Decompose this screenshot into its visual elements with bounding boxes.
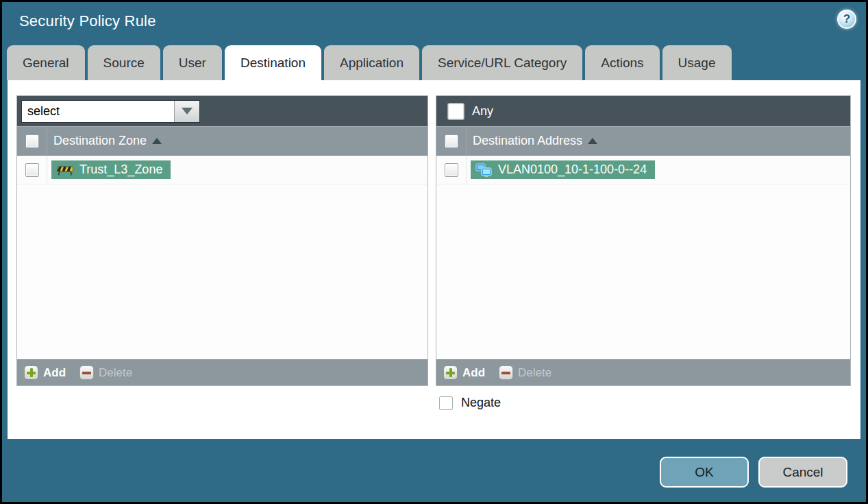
add-label: Add bbox=[462, 366, 485, 380]
tab-service-url-category[interactable]: Service/URL Category bbox=[422, 45, 582, 80]
address-table-header: Destination Address bbox=[436, 126, 850, 156]
destination-zone-panel: Destination Zone bbox=[16, 95, 428, 386]
network-computers-icon bbox=[475, 163, 493, 177]
delete-label: Delete bbox=[99, 366, 132, 380]
address-header-checkbox-cell bbox=[436, 127, 467, 155]
address-row-checkbox[interactable] bbox=[445, 163, 458, 177]
negate-checkbox[interactable] bbox=[439, 396, 453, 410]
zone-select-all-checkbox[interactable] bbox=[25, 134, 39, 148]
any-label: Any bbox=[472, 104, 493, 119]
tab-label: Actions bbox=[601, 56, 643, 71]
zone-select-combobox bbox=[21, 100, 200, 123]
delete-zone-button[interactable]: Delete bbox=[79, 365, 132, 380]
zone-filter-toolbar bbox=[17, 96, 427, 126]
zone-item-label: Trust_L3_Zone bbox=[79, 163, 162, 177]
table-row: VLAN0100_10-1-100-0--24 bbox=[436, 156, 850, 184]
zone-column-header[interactable]: Destination Zone bbox=[53, 134, 147, 148]
zone-table-body: Trust_L3_Zone bbox=[17, 156, 427, 359]
delete-minus-icon bbox=[79, 365, 94, 380]
chevron-down-icon bbox=[182, 108, 193, 115]
ok-button[interactable]: OK bbox=[660, 457, 749, 488]
table-row: Trust_L3_Zone bbox=[17, 156, 427, 184]
address-item-chip[interactable]: VLAN0100_10-1-100-0--24 bbox=[471, 160, 655, 179]
address-column-header[interactable]: Destination Address bbox=[473, 134, 582, 148]
zone-select-dropdown-button[interactable] bbox=[174, 101, 199, 122]
address-panel-footer: Add Delete bbox=[436, 359, 850, 385]
address-select-all-checkbox[interactable] bbox=[445, 134, 458, 148]
help-icon[interactable]: ? bbox=[837, 10, 856, 29]
sort-ascending-icon[interactable] bbox=[588, 138, 597, 144]
tab-actions[interactable]: Actions bbox=[585, 45, 659, 80]
tab-content-destination: Destination Zone bbox=[8, 80, 860, 439]
address-item-label: VLAN0100_10-1-100-0--24 bbox=[498, 163, 647, 177]
zone-select-input[interactable] bbox=[22, 101, 174, 122]
zone-table-header: Destination Zone bbox=[17, 126, 427, 156]
add-plus-icon bbox=[24, 365, 38, 380]
any-checkbox[interactable] bbox=[448, 104, 464, 119]
cancel-button[interactable]: Cancel bbox=[758, 457, 847, 488]
zone-panel-footer: Add Delete bbox=[17, 359, 427, 385]
any-toolbar: Any bbox=[436, 96, 850, 126]
add-label: Add bbox=[43, 366, 66, 380]
tab-usage[interactable]: Usage bbox=[662, 45, 732, 80]
security-policy-rule-dialog: Security Policy Rule ? General Source Us… bbox=[0, 0, 868, 504]
zone-row-checkbox[interactable] bbox=[25, 163, 39, 177]
tab-label: Service/URL Category bbox=[438, 56, 567, 71]
any-checkbox-cell bbox=[441, 104, 471, 119]
sort-ascending-icon[interactable] bbox=[152, 138, 162, 144]
tab-label: Application bbox=[340, 56, 404, 71]
add-zone-button[interactable]: Add bbox=[24, 365, 66, 380]
dialog-title: Security Policy Rule bbox=[19, 12, 156, 30]
tab-destination[interactable]: Destination bbox=[225, 45, 321, 80]
delete-label: Delete bbox=[518, 366, 551, 380]
tab-label: Destination bbox=[240, 56, 306, 71]
delete-minus-icon bbox=[499, 365, 513, 380]
address-table-body: VLAN0100_10-1-100-0--24 bbox=[436, 156, 850, 359]
cancel-button-label: Cancel bbox=[782, 465, 823, 480]
negate-row: Negate bbox=[439, 396, 501, 410]
zone-row-checkbox-cell bbox=[17, 156, 47, 184]
tab-label: Source bbox=[103, 56, 145, 71]
tab-source[interactable]: Source bbox=[88, 45, 160, 80]
delete-address-button[interactable]: Delete bbox=[499, 365, 551, 380]
tab-label: User bbox=[179, 56, 206, 71]
ok-button-label: OK bbox=[695, 465, 713, 480]
destination-address-panel: Any Destination Address bbox=[436, 95, 851, 386]
tab-label: Usage bbox=[678, 56, 716, 71]
tab-general[interactable]: General bbox=[7, 45, 85, 80]
address-row-checkbox-cell bbox=[436, 156, 467, 184]
add-plus-icon bbox=[443, 365, 458, 380]
negate-label: Negate bbox=[461, 396, 501, 410]
tab-bar: General Source User Destination Applicat… bbox=[7, 45, 732, 80]
zone-item-chip[interactable]: Trust_L3_Zone bbox=[51, 160, 171, 179]
zone-header-checkbox-cell bbox=[17, 127, 47, 155]
add-address-button[interactable]: Add bbox=[443, 365, 485, 380]
help-icon-glyph: ? bbox=[843, 12, 850, 26]
tab-application[interactable]: Application bbox=[324, 45, 419, 80]
zone-barrier-icon bbox=[56, 164, 74, 176]
tab-user[interactable]: User bbox=[163, 45, 222, 80]
tab-label: General bbox=[23, 56, 69, 71]
